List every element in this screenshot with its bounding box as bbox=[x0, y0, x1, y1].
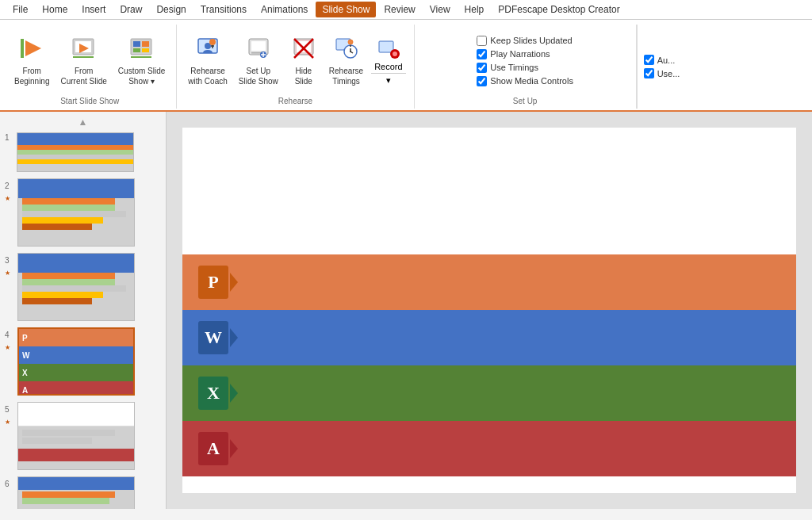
menu-design[interactable]: Design bbox=[150, 2, 192, 17]
menu-animations[interactable]: Animations bbox=[255, 2, 314, 17]
slide-thumbnail-4[interactable]: 4 ★ P W X A bbox=[0, 324, 166, 399]
play-narrations-label: Play Narrations bbox=[490, 49, 550, 59]
menu-view[interactable]: View bbox=[423, 2, 457, 17]
au-label: Au... bbox=[657, 55, 676, 65]
menu-insert[interactable]: Insert bbox=[75, 2, 112, 17]
thumb-img-4: P W X A bbox=[17, 327, 135, 396]
menu-home[interactable]: Home bbox=[36, 2, 74, 17]
menu-file[interactable]: File bbox=[6, 2, 34, 17]
menu-slideshow[interactable]: Slide Show bbox=[316, 2, 376, 17]
rehearse-coach-icon bbox=[195, 36, 220, 64]
thumbnail-panel: ▲ 1 2 ★ bbox=[0, 112, 167, 509]
excel-arrow bbox=[230, 384, 238, 403]
custom-slideshow-label: Custom SlideShow ▾ bbox=[118, 66, 165, 86]
use-timings-checkbox[interactable] bbox=[477, 63, 487, 73]
thumb-img-1 bbox=[17, 132, 134, 172]
hide-slide-label: HideSlide bbox=[295, 66, 312, 86]
setup-slideshow-icon bbox=[246, 36, 271, 64]
keep-slides-updated-checkbox[interactable] bbox=[477, 36, 487, 46]
hide-slide-icon bbox=[291, 36, 316, 64]
thumb-img-2 bbox=[17, 178, 135, 247]
rehearse-group-label: Rehearse bbox=[278, 95, 312, 107]
scroll-up-arrow[interactable]: ▲ bbox=[0, 115, 166, 129]
from-beginning-label: FromBeginning bbox=[14, 66, 49, 86]
powerpoint-arrow bbox=[230, 273, 238, 292]
record-label: Record bbox=[374, 62, 402, 71]
slide-thumbnail-6[interactable]: 6 bbox=[0, 473, 166, 509]
rehearse-timings-label: RehearseTimings bbox=[329, 66, 363, 86]
powerpoint-icon: P bbox=[198, 266, 228, 299]
thumb-img-6 bbox=[17, 476, 135, 509]
menu-help[interactable]: Help bbox=[458, 2, 491, 17]
ribbon-group-start-slideshow: FromBeginning FromCurrent Slide bbox=[3, 25, 177, 109]
thumb-img-5 bbox=[17, 402, 135, 470]
slide-thumbnail-2[interactable]: 2 ★ bbox=[0, 175, 166, 250]
rehearse-coach-label: Rehearsewith Coach bbox=[188, 66, 227, 86]
menu-transitions[interactable]: Transitions bbox=[194, 2, 253, 17]
rehearse-timings-icon bbox=[333, 36, 358, 64]
from-beginning-icon bbox=[19, 36, 44, 64]
slide-bar-excel: X bbox=[182, 365, 796, 421]
access-arrow bbox=[230, 439, 238, 458]
record-button[interactable]: Record bbox=[371, 35, 405, 73]
main-area: ▲ 1 2 ★ bbox=[0, 112, 812, 509]
from-beginning-button[interactable]: FromBeginning bbox=[10, 32, 54, 90]
svg-rect-7 bbox=[133, 41, 140, 47]
slide-canvas: P W X bbox=[182, 128, 796, 493]
slide-thumbnail-3[interactable]: 3 ★ bbox=[0, 250, 166, 324]
from-current-slide-button[interactable]: FromCurrent Slide bbox=[56, 32, 111, 90]
menu-bar: File Home Insert Draw Design Transitions… bbox=[0, 0, 812, 20]
slide-thumbnail-1[interactable]: 1 bbox=[0, 129, 166, 175]
svg-rect-9 bbox=[133, 48, 140, 52]
svg-rect-8 bbox=[142, 41, 149, 47]
slide-bar-word: W bbox=[182, 310, 796, 365]
au-checkbox[interactable] bbox=[644, 55, 654, 65]
excel-icon: X bbox=[198, 377, 228, 410]
record-dropdown-button[interactable]: ▾ bbox=[371, 73, 405, 87]
rehearse-timings-button[interactable]: RehearseTimings bbox=[324, 32, 368, 90]
svg-point-31 bbox=[350, 51, 351, 52]
setup-slideshow-button[interactable]: Set UpSlide Show bbox=[234, 32, 283, 90]
menu-review[interactable]: Review bbox=[377, 2, 421, 17]
slide-thumbnail-5[interactable]: 5 ★ bbox=[0, 399, 166, 473]
svg-rect-0 bbox=[21, 39, 24, 58]
au-row: Au... bbox=[644, 55, 680, 65]
menu-pdfescape[interactable]: PDFescape Desktop Creator bbox=[492, 2, 626, 17]
slide-area: P W X bbox=[167, 112, 812, 509]
slide-bar-powerpoint: P bbox=[182, 254, 796, 310]
use2-label: Use... bbox=[657, 69, 680, 78]
slide-top-space bbox=[182, 128, 796, 254]
svg-point-14 bbox=[209, 39, 216, 45]
use-timings-row: Use Timings bbox=[477, 63, 573, 73]
svg-rect-10 bbox=[142, 48, 149, 52]
thumb-number-4: 4 bbox=[5, 331, 14, 339]
play-narrations-row: Play Narrations bbox=[477, 49, 573, 59]
thumb-number-5: 5 bbox=[5, 405, 14, 414]
thumb-img-3 bbox=[17, 253, 135, 321]
from-current-icon bbox=[71, 36, 97, 64]
custom-slideshow-button[interactable]: Custom SlideShow ▾ bbox=[113, 32, 170, 90]
custom-slideshow-icon bbox=[129, 36, 155, 64]
setup-checkboxes: Keep Slides Updated Play Narrations Use … bbox=[470, 32, 580, 90]
show-media-controls-label: Show Media Controls bbox=[490, 76, 573, 86]
word-icon: W bbox=[198, 321, 228, 354]
setup-slideshow-label: Set UpSlide Show bbox=[239, 66, 278, 86]
ribbon-group-setup: Keep Slides Updated Play Narrations Use … bbox=[415, 25, 637, 109]
keep-slides-updated-label: Keep Slides Updated bbox=[490, 36, 572, 45]
menu-draw[interactable]: Draw bbox=[113, 2, 148, 17]
play-narrations-checkbox[interactable] bbox=[477, 49, 487, 59]
svg-marker-1 bbox=[25, 40, 41, 56]
svg-rect-18 bbox=[251, 41, 266, 51]
word-arrow bbox=[230, 328, 238, 347]
rehearse-coach-button[interactable]: Rehearsewith Coach bbox=[183, 32, 232, 90]
hide-slide-button[interactable]: HideSlide bbox=[285, 32, 323, 90]
svg-rect-5 bbox=[73, 56, 94, 58]
record-button-group: Record ▾ bbox=[370, 32, 407, 90]
svg-rect-34 bbox=[379, 41, 393, 52]
use-timings-label: Use Timings bbox=[490, 63, 538, 72]
ribbon-group-rehearse: Rehearsewith Coach Set Up bbox=[177, 25, 414, 109]
show-media-controls-checkbox[interactable] bbox=[477, 76, 487, 86]
access-icon: A bbox=[198, 432, 228, 465]
use2-checkbox[interactable] bbox=[644, 68, 654, 78]
from-current-label: FromCurrent Slide bbox=[60, 66, 106, 86]
